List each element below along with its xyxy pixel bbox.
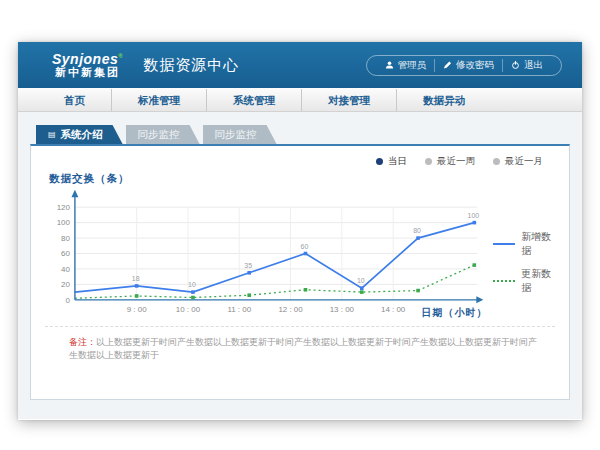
svg-text:0: 0 — [65, 296, 70, 305]
filter-option-last-week[interactable]: 最近一周 — [425, 155, 475, 168]
legend-item-new-data[interactable]: 新增数据 — [493, 230, 561, 258]
svg-text:80: 80 — [413, 227, 421, 234]
nav-item-standard-mgmt[interactable]: 标准管理 — [111, 89, 206, 111]
tab-sync-monitor-1[interactable]: 同步监控 — [126, 125, 200, 144]
registered-mark-icon: ® — [118, 53, 123, 59]
chart-legend: 新增数据 更新数据 — [493, 230, 561, 304]
radio-dot-icon — [376, 158, 383, 165]
tab-system-intro[interactable]: ▤ 系统介绍 — [36, 125, 123, 144]
tab-bar: ▤ 系统介绍 同步监控 同步监控 — [36, 125, 570, 144]
svg-text:35: 35 — [244, 262, 252, 269]
svg-text:10: 10 — [188, 281, 196, 288]
svg-text:60: 60 — [61, 249, 70, 258]
range-filter: 当日 最近一周 最近一月 — [39, 146, 561, 168]
y-axis-title: 数据交换（条） — [49, 172, 561, 186]
change-password-button[interactable]: 修改密码 — [434, 59, 502, 72]
filter-option-last-month[interactable]: 最近一月 — [493, 155, 543, 168]
logo: Synjones® 新中新集团 — [52, 52, 123, 78]
main-content: ▤ 系统介绍 同步监控 同步监控 当日 最近一周 — [18, 112, 582, 419]
main-nav: 首页 标准管理 系统管理 对接管理 数据异动 — [18, 88, 582, 112]
power-icon — [511, 60, 520, 70]
solid-line-icon — [493, 243, 515, 245]
logout-button[interactable]: 退出 — [502, 59, 551, 72]
chart-area: 0204060801001209 : 0010 : 0011 : 0012 : … — [39, 188, 561, 322]
svg-text:60: 60 — [301, 243, 309, 250]
radio-dot-icon — [493, 158, 500, 165]
svg-text:18: 18 — [132, 275, 140, 282]
app-header: Synjones® 新中新集团 数据资源中心 管理员 修改密码 退出 — [18, 42, 582, 88]
page-title: 数据资源中心 — [143, 56, 239, 75]
admin-user-button[interactable]: 管理员 — [377, 59, 435, 72]
filter-option-today[interactable]: 当日 — [376, 155, 407, 168]
document-icon: ▤ — [48, 131, 56, 139]
svg-text:12 : 00: 12 : 00 — [278, 305, 303, 314]
note-label: 备注： — [69, 337, 96, 347]
logo-brand: Synjones® — [52, 52, 123, 67]
nav-item-data-change[interactable]: 数据异动 — [396, 89, 491, 111]
svg-text:10 : 00: 10 : 00 — [176, 305, 201, 314]
nav-item-system-mgmt[interactable]: 系统管理 — [206, 89, 301, 111]
line-chart: 0204060801001209 : 0010 : 0011 : 0012 : … — [51, 188, 489, 322]
tab-sync-monitor-2[interactable]: 同步监控 — [203, 125, 277, 144]
nav-item-interface-mgmt[interactable]: 对接管理 — [301, 89, 396, 111]
legend-item-update-data[interactable]: 更新数据 — [493, 267, 561, 295]
x-axis-title: 日期（小时） — [422, 307, 488, 318]
chart-card: 当日 最近一周 最近一月 数据交换（条） 0204060801001209 : … — [30, 144, 570, 400]
app-window: Synjones® 新中新集团 数据资源中心 管理员 修改密码 退出 — [18, 42, 582, 420]
svg-text:120: 120 — [57, 203, 71, 212]
svg-text:80: 80 — [61, 234, 70, 243]
svg-text:100: 100 — [57, 218, 71, 227]
user-toolbar: 管理员 修改密码 退出 — [366, 55, 563, 76]
logo-company: 新中新集团 — [55, 67, 120, 79]
svg-text:11 : 00: 11 : 00 — [227, 305, 251, 314]
radio-dot-icon — [425, 158, 432, 165]
svg-text:13 : 00: 13 : 00 — [330, 305, 355, 314]
edit-icon — [443, 60, 452, 70]
svg-text:100: 100 — [468, 212, 480, 219]
svg-text:14 : 00: 14 : 00 — [381, 305, 406, 314]
user-icon — [385, 60, 394, 70]
svg-text:40: 40 — [61, 265, 70, 274]
nav-item-home[interactable]: 首页 — [38, 89, 111, 111]
svg-text:9 : 00: 9 : 00 — [127, 305, 147, 314]
note-text: 以上数据更新于时间产生数据以上数据更新于时间产生数据以上数据更新于时间产生数据以… — [69, 337, 537, 360]
svg-text:10: 10 — [357, 277, 365, 284]
footer-note: 备注：以上数据更新于时间产生数据以上数据更新于时间产生数据以上数据更新于时间产生… — [39, 327, 561, 361]
dotted-line-icon — [493, 280, 515, 282]
svg-text:20: 20 — [61, 280, 70, 289]
